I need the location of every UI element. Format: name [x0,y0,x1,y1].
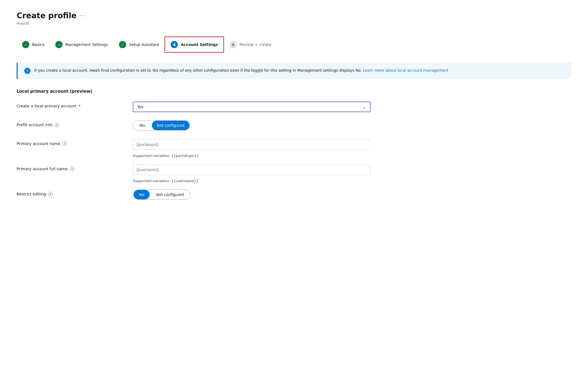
form-label-col-create-local: Create a local primary account * [17,102,133,108]
info-banner-text: If you create a local account, Await fin… [34,68,448,74]
input-primary-account-name[interactable] [133,139,371,150]
page-title-text: Create profile [17,11,77,20]
step-review-create-label: Review + create [240,42,271,47]
wizard-steps: ✓ Basics ✓ Management Settings ✓ Setup A… [17,37,571,53]
page-container: Create profile ··· macOS ✓ Basics ✓ Mana… [0,0,588,387]
required-star-create-local: * [79,104,80,108]
step-basics-circle: ✓ [22,41,29,48]
step-review-create-circle: 5 [230,41,237,48]
support-text-primary-full-name: Supported variables: {{username}} [17,179,571,183]
step-review-create[interactable]: 5 Review + create [224,37,277,52]
form-row-primary-full-name: Primary account full name i [17,164,571,176]
input-primary-account-full-name[interactable] [133,164,371,175]
form-control-primary-full-name [133,164,571,175]
info-icon-prefill[interactable]: i [55,123,59,127]
form-row-create-local-account: Create a local primary account * Yes ⌄ [17,102,571,113]
section-title: Local primary account (preview) [17,89,571,94]
page-subtitle: macOS [17,21,571,25]
step-setup-assistant-circle: ✓ [119,41,126,48]
chevron-down-icon: ⌄ [363,104,366,110]
step-account-settings-label: Account Settings [181,42,218,47]
form-control-create-local: Yes ⌄ [133,102,571,112]
dropdown-value: Yes [137,105,144,109]
label-create-local-account: Create a local primary account [17,104,76,108]
step-basics[interactable]: ✓ Basics [17,37,50,52]
label-restrict-editing: Restrict editing [17,192,46,196]
form-control-prefill: Yes Not configured [133,120,571,130]
step-management-settings-circle: ✓ [55,41,63,48]
info-banner-link[interactable]: Learn more about local account managemen… [363,68,448,73]
page-header: Create profile ··· macOS [17,11,571,25]
step-account-settings[interactable]: 4 Account Settings [165,37,224,53]
step-setup-assistant-label: Setup Assistant [129,42,159,47]
label-primary-account-name: Primary account name [17,141,60,146]
toggle-prefill-account-info[interactable]: Yes Not configured [133,120,190,130]
step-management-settings-label: Management Settings [65,42,108,47]
form-row-primary-account-name: Primary account name i [17,139,571,150]
label-prefill-account-info: Prefill account info [17,123,53,127]
step-account-settings-circle: 4 [171,41,178,48]
form-row-restrict-editing: Restrict editing i Yes Not configured [17,190,571,201]
toggle-option-yes-restrict[interactable]: Yes [134,190,150,199]
label-primary-account-full-name: Primary account full name [17,167,68,171]
page-title-row: Create profile ··· [17,11,571,20]
step-management-settings[interactable]: ✓ Management Settings [50,37,113,52]
info-banner: i If you create a local account, Await f… [17,63,571,79]
info-icon-restrict-editing[interactable]: i [48,192,53,196]
toggle-option-not-configured-prefill[interactable]: Not configured [152,121,189,130]
toggle-option-yes-prefill[interactable]: Yes [133,121,151,130]
form-label-col-primary-full-name: Primary account full name i [17,164,133,171]
info-icon-primary-name[interactable]: i [63,141,67,146]
form-control-primary-name [133,139,571,150]
form-label-col-prefill: Prefill account info i [17,120,133,127]
form-container: Create a local primary account * Yes ⌄ P… [17,102,571,201]
form-row-prefill-account-info: Prefill account info i Yes Not configure… [17,120,571,131]
page-title-ellipsis: ··· [80,12,87,19]
form-control-restrict-editing: Yes Not configured [133,190,571,200]
info-banner-icon: i [24,68,30,74]
form-label-col-restrict-editing: Restrict editing i [17,190,133,196]
step-setup-assistant[interactable]: ✓ Setup Assistant [113,37,165,52]
toggle-restrict-editing[interactable]: Yes Not configured [133,190,190,200]
toggle-option-not-configured-restrict[interactable]: Not configured [150,190,190,199]
info-icon-primary-full-name[interactable]: i [70,167,74,171]
form-label-col-primary-name: Primary account name i [17,139,133,146]
dropdown-create-local-account[interactable]: Yes ⌄ [133,102,371,112]
support-text-primary-name: Supported variables: {{partialupn}} [17,154,571,158]
step-basics-label: Basics [32,42,44,47]
